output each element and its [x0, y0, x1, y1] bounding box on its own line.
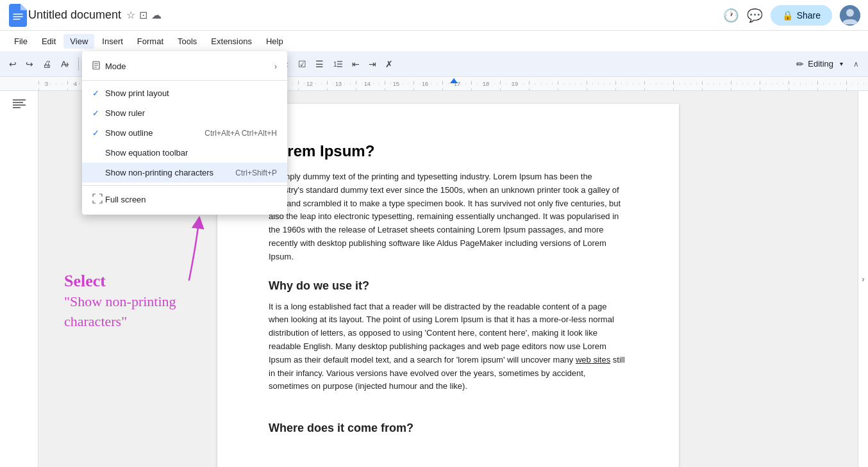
dropdown-separator-2 — [82, 185, 287, 186]
dropdown-item-ruler[interactable]: ✓ Show ruler — [82, 103, 287, 123]
clear-formatting-button[interactable]: ✗ — [381, 56, 397, 72]
non-printing-label: Show non-printing characters — [105, 168, 230, 177]
checked-list-button[interactable]: ☑ — [294, 56, 310, 72]
svg-text:3: 3 — [45, 81, 48, 87]
non-printing-shortcut: Ctrl+Shift+P — [235, 168, 277, 177]
menu-help[interactable]: Help — [260, 34, 290, 49]
folder-icon[interactable]: ⊡ — [139, 9, 147, 21]
collapse-toolbar-button[interactable]: ∧ — [849, 57, 863, 71]
dropdown-item-outline[interactable]: ✓ Show outline Ctrl+Alt+A Ctrl+Alt+H — [82, 123, 287, 143]
print-layout-label: Show print layout — [105, 88, 277, 98]
cloud-icon[interactable]: ☁ — [151, 9, 162, 21]
title-right: 🕐 💬 🔒 Share — [723, 5, 860, 26]
fullscreen-label: Full screen — [105, 195, 146, 204]
annotation-line2: "Show non-printing — [64, 292, 176, 312]
dropdown-item-print-layout[interactable]: ✓ Show print layout — [82, 83, 287, 103]
editing-mode-button[interactable]: ✏ Editing ▾ — [791, 56, 848, 72]
history-button[interactable]: 🕐 — [723, 8, 739, 23]
mode-label: Mode — [105, 61, 274, 71]
editing-label: Editing — [808, 59, 833, 69]
star-icon[interactable]: ☆ — [126, 9, 135, 21]
svg-text:14: 14 — [364, 81, 371, 87]
menu-tools[interactable]: Tools — [171, 34, 203, 49]
svg-text:18: 18 — [483, 81, 489, 87]
document-body-2[interactable]: It is a long established fact that a rea… — [269, 300, 628, 394]
mode-arrow-icon: › — [274, 62, 277, 71]
annotation-overlay: Select "Show non-printing characters" — [64, 270, 176, 331]
bullet-list-button[interactable]: ☰ — [312, 56, 328, 72]
document-body-1[interactable]: is simply dummy text of the printing and… — [269, 170, 628, 264]
ruler-label: Show ruler — [105, 108, 277, 118]
document-heading-1[interactable]: Lorem Ipsum? — [269, 142, 628, 160]
dropdown-item-fullscreen[interactable]: Full screen — [82, 188, 287, 211]
indent-decrease-button[interactable]: ⇤ — [348, 56, 363, 72]
dropdown-item-mode[interactable]: Mode › — [82, 55, 287, 78]
redo-button[interactable]: ↪ — [22, 56, 37, 72]
app-icon — [8, 5, 28, 26]
pencil-icon: ✏ — [796, 59, 804, 69]
menu-edit[interactable]: Edit — [35, 34, 62, 49]
svg-text:4: 4 — [74, 81, 77, 87]
mode-icon — [92, 60, 105, 72]
view-dropdown-menu: Mode › ✓ Show print layout ✓ Show ruler … — [82, 51, 287, 215]
svg-text:13: 13 — [335, 81, 342, 87]
equation-toolbar-label: Show equation toolbar — [105, 148, 277, 158]
menu-file[interactable]: File — [8, 34, 34, 49]
menu-view[interactable]: View — [63, 34, 94, 49]
outline-label: Show outline — [105, 128, 199, 138]
svg-text:19: 19 — [512, 81, 518, 87]
spellcheck-button[interactable] — [56, 56, 74, 72]
indent-increase-button[interactable]: ⇥ — [365, 56, 380, 72]
dropdown-separator-1 — [82, 80, 287, 81]
annotation-line3: characters" — [64, 312, 176, 332]
menu-format[interactable]: Format — [131, 34, 170, 49]
right-sidebar-collapse-button[interactable]: › — [858, 91, 868, 467]
check-ruler-icon: ✓ — [92, 108, 105, 118]
outline-toggle-button[interactable] — [12, 97, 27, 113]
left-sidebar — [0, 91, 38, 467]
document-title[interactable]: Untitled document — [28, 8, 121, 22]
chevron-left-icon: › — [862, 274, 864, 284]
lock-icon: 🔒 — [782, 10, 793, 20]
svg-text:16: 16 — [422, 81, 428, 87]
avatar[interactable] — [840, 5, 860, 26]
annotation-arrow — [163, 209, 215, 288]
toolbar-separator-1 — [78, 58, 79, 70]
menu-extensions[interactable]: Extensions — [204, 34, 258, 49]
chat-button[interactable]: 💬 — [747, 8, 763, 23]
outline-shortcut: Ctrl+Alt+A Ctrl+Alt+H — [204, 129, 277, 138]
menu-insert[interactable]: Insert — [96, 34, 129, 49]
document-heading-2[interactable]: Why do we use it? — [269, 279, 628, 293]
dropdown-item-equation-toolbar[interactable]: Show equation toolbar — [82, 143, 287, 163]
chevron-down-icon: ▾ — [840, 60, 843, 67]
numbered-list-button[interactable]: 1. — [329, 56, 347, 72]
menu-bar: File Edit View Insert Format Tools Exten… — [0, 31, 868, 51]
annotation-line1: Select — [64, 270, 176, 292]
svg-text:15: 15 — [393, 81, 399, 87]
print-button[interactable]: 🖨 — [38, 56, 55, 72]
fullscreen-icon — [92, 193, 105, 206]
svg-point-1 — [846, 9, 854, 17]
check-print-layout-icon: ✓ — [92, 88, 105, 98]
dropdown-item-non-printing[interactable]: Show non-printing characters Ctrl+Shift+… — [82, 163, 287, 183]
undo-button[interactable]: ↩ — [5, 56, 21, 72]
document-heading-3[interactable]: Where does it come from? — [269, 422, 628, 435]
share-button[interactable]: 🔒 Share — [771, 5, 832, 26]
web-sites-link[interactable]: web sites — [576, 355, 610, 365]
check-outline-icon: ✓ — [92, 128, 105, 138]
svg-text:12: 12 — [306, 81, 313, 87]
title-bar: Untitled document ☆ ⊡ ☁ 🕐 💬 🔒 Share — [0, 0, 868, 31]
